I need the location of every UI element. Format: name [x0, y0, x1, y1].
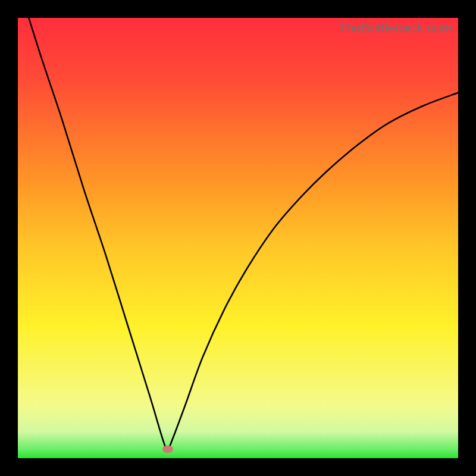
plot-area: TheBottleneck.com [18, 18, 458, 458]
optimum-marker [162, 446, 173, 453]
chart-frame: TheBottleneck.com [0, 0, 476, 476]
bottleneck-curve [18, 18, 458, 458]
